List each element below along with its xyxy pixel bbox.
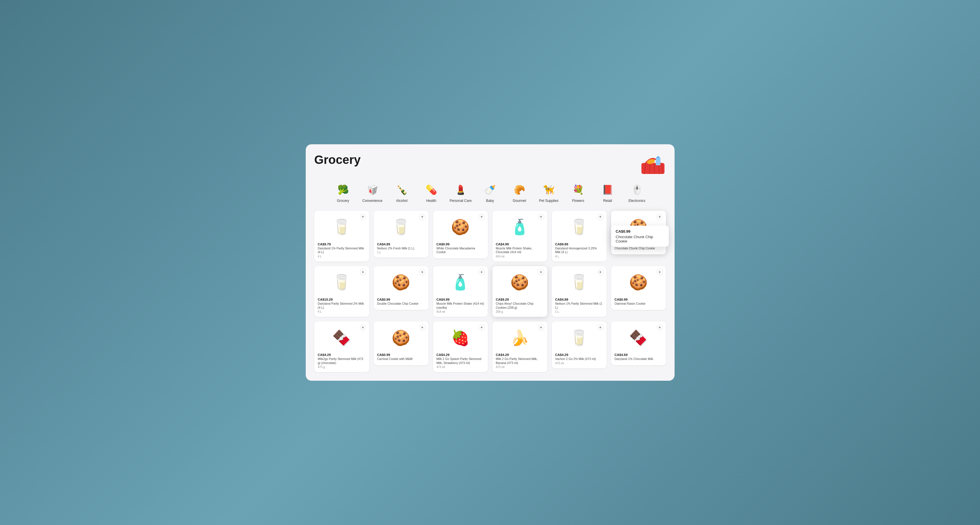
category-alcohol[interactable]: 🍾 Alcohol bbox=[390, 182, 414, 203]
product-wrapper: 🥛 + CA$4.29 Vachon 2 Go 2% Milk (473 ml)… bbox=[552, 321, 606, 372]
add-button-p2[interactable]: + bbox=[419, 214, 426, 220]
add-button-p5[interactable]: + bbox=[597, 214, 604, 220]
product-name-p15: Milk 2 Go Splash Partly Skimmed Milk, St… bbox=[436, 357, 484, 365]
category-label-electronics: Electronics bbox=[628, 199, 646, 203]
add-button-p3[interactable]: + bbox=[479, 214, 485, 220]
product-price-p10: CA$9.29 bbox=[496, 298, 544, 301]
categories-bar: 🥦 Grocery 🥡 Convenience 🍾 Alcohol 💊 Heal… bbox=[314, 182, 666, 203]
add-button-p6[interactable]: + bbox=[657, 214, 663, 220]
product-wrapper: 🍪 + CA$0.99 Chocolate Chunk Chip Cookie … bbox=[611, 211, 666, 262]
category-icon-electronics: 🖱️ bbox=[630, 182, 644, 197]
add-button-p13[interactable]: + bbox=[360, 324, 366, 331]
product-name-p1: Dairyland 1% Partly Skimmed Milk (4 L) bbox=[318, 246, 366, 254]
add-button-p11[interactable]: + bbox=[597, 269, 604, 275]
product-price-p17: CA$4.29 bbox=[555, 353, 603, 357]
product-image-p12: 🍪 bbox=[615, 270, 662, 295]
category-gourmet[interactable]: 🥐 Gourmet bbox=[508, 182, 531, 203]
product-card-p14[interactable]: 🍪 + CA$0.99 Carnival Cookie with M&M bbox=[374, 321, 428, 365]
product-card-p11[interactable]: 🥛 + CA$4.89 Neilson 1% Partly Skimmed Mi… bbox=[552, 266, 606, 317]
add-button-p1[interactable]: + bbox=[360, 214, 366, 220]
category-convenience[interactable]: 🥡 Convenience bbox=[361, 182, 384, 203]
product-wrapper: 🍪 + CA$9.29 Chips Ahoy! Chocolate Chip C… bbox=[492, 266, 547, 317]
category-retail[interactable]: 📕 Retail bbox=[596, 182, 619, 203]
product-wrapper: 🍫 + CA$4.29 Milk2go Partly Skimmed Milk … bbox=[314, 321, 369, 372]
product-detail-p9: 414 ml bbox=[436, 310, 484, 313]
product-card-p7[interactable]: 🥛 + CA$10.29 Dairyland Partly Skimmed 2%… bbox=[314, 266, 369, 317]
product-price-p13: CA$4.29 bbox=[318, 353, 366, 357]
product-image-p14: 🍪 bbox=[377, 325, 425, 351]
add-button-p17[interactable]: + bbox=[597, 324, 604, 331]
category-icon-alcohol: 🍾 bbox=[395, 182, 409, 197]
product-card-p3[interactable]: 🍪 + CA$0.99 White Chocolate Macadamia Co… bbox=[433, 211, 488, 259]
add-button-p7[interactable]: + bbox=[360, 269, 366, 275]
add-button-p8[interactable]: + bbox=[419, 269, 426, 275]
shopping-basket-icon[interactable] bbox=[640, 153, 666, 174]
product-card-p13[interactable]: 🍫 + CA$4.29 Milk2go Partly Skimmed Milk … bbox=[314, 321, 369, 372]
category-flowers[interactable]: 💐 Flowers bbox=[567, 182, 590, 203]
product-price-p2: CA$4.89 bbox=[377, 243, 425, 246]
add-button-p16[interactable]: + bbox=[538, 324, 544, 331]
product-image-p10: 🍪 bbox=[496, 270, 544, 295]
product-wrapper: 🍪 + CA$0.99 Double Chocolate Chip Cookie bbox=[374, 266, 428, 317]
add-button-p4[interactable]: + bbox=[538, 214, 544, 220]
category-icon-convenience: 🥡 bbox=[365, 182, 380, 197]
category-personal-care[interactable]: 💄 Personal Care bbox=[449, 182, 472, 203]
product-image-p2: 🥛 bbox=[377, 214, 425, 240]
product-image-p16: 🍌 bbox=[496, 325, 544, 351]
product-detail-p13: 473 g bbox=[318, 365, 366, 369]
product-card-p8[interactable]: 🍪 + CA$0.99 Double Chocolate Chip Cookie bbox=[374, 266, 428, 310]
product-price-p15: CA$4.29 bbox=[436, 353, 484, 357]
product-wrapper: 🍪 + CA$0.99 White Chocolate Macadamia Co… bbox=[433, 211, 488, 262]
category-label-gourmet: Gourmet bbox=[512, 199, 526, 203]
add-button-p12[interactable]: + bbox=[657, 269, 663, 275]
product-image-p13: 🍫 bbox=[318, 325, 366, 351]
product-image-p4: 🧴 bbox=[496, 214, 544, 240]
category-baby[interactable]: 🍼 Baby bbox=[479, 182, 502, 203]
product-name-p7: Dairyland Partly Skimmed 2% Milk (4 L) bbox=[318, 302, 366, 309]
product-price-p18: CA$4.69 bbox=[615, 353, 662, 357]
add-button-p18[interactable]: + bbox=[657, 324, 663, 331]
product-card-p1[interactable]: 🥛 + CA$9.79 Dairyland 1% Partly Skimmed … bbox=[314, 211, 369, 262]
add-button-p10[interactable]: + bbox=[538, 269, 544, 275]
product-card-p2[interactable]: 🥛 + CA$4.89 Neilson 2% Fresh Milk (1 L) … bbox=[374, 211, 428, 258]
product-image-p5: 🥛 bbox=[555, 214, 603, 240]
product-card-p17[interactable]: 🥛 + CA$4.29 Vachon 2 Go 2% Milk (473 ml)… bbox=[552, 321, 606, 368]
tooltip-price: CA$0.99 bbox=[616, 229, 664, 233]
product-price-p11: CA$4.89 bbox=[555, 298, 603, 301]
product-name-p16: Milk 2 Go Partly Skimmed Milk, Banana (4… bbox=[496, 357, 544, 365]
category-health[interactable]: 💊 Health bbox=[420, 182, 443, 203]
category-grocery[interactable]: 🥦 Grocery bbox=[332, 182, 355, 203]
add-button-p9[interactable]: + bbox=[479, 269, 485, 275]
product-card-p16[interactable]: 🍌 + CA$4.29 Milk 2 Go Partly Skimmed Mil… bbox=[492, 321, 547, 372]
category-label-alcohol: Alcohol bbox=[396, 199, 407, 203]
category-electronics[interactable]: 🖱️ Electronics bbox=[625, 182, 649, 203]
product-card-p12[interactable]: 🍪 + CA$0.99 Oatmeal Raisin Cookie bbox=[611, 266, 666, 310]
product-detail-p2: 1 L bbox=[377, 251, 425, 254]
product-name-p14: Carnival Cookie with M&M bbox=[377, 357, 425, 361]
product-detail-p4: 414 ml bbox=[496, 255, 544, 258]
product-name-p12: Oatmeal Raisin Cookie bbox=[615, 302, 662, 306]
product-card-p4[interactable]: 🧴 + CA$4.99 Muscle Milk Protein Shake, C… bbox=[492, 211, 547, 262]
add-button-p14[interactable]: + bbox=[419, 324, 426, 331]
product-card-p9[interactable]: 🧴 + CA$4.99 Muscle Milk Protein Shake (4… bbox=[433, 266, 488, 317]
category-label-flowers: Flowers bbox=[572, 199, 584, 203]
product-name-p10: Chips Ahoy! Chocolate Chip Cookies (258 … bbox=[496, 302, 544, 309]
product-wrapper: 🍪 + CA$0.99 Oatmeal Raisin Cookie bbox=[611, 266, 666, 317]
app-container: Grocery 🥦 Grocery bbox=[306, 144, 675, 381]
category-icon-flowers: 💐 bbox=[571, 182, 585, 197]
product-card-p18[interactable]: 🍫 + CA$4.69 Dairyland 1% Chocolate Milk bbox=[611, 321, 666, 365]
product-image-p18: 🍫 bbox=[615, 325, 662, 351]
product-detail-p10: 258 g bbox=[496, 310, 544, 313]
product-wrapper: 🍫 + CA$4.69 Dairyland 1% Chocolate Milk bbox=[611, 321, 666, 372]
product-price-p9: CA$4.99 bbox=[436, 298, 484, 301]
product-card-p10[interactable]: 🍪 + CA$9.29 Chips Ahoy! Chocolate Chip C… bbox=[492, 266, 547, 317]
product-card-p5[interactable]: 🥛 + CA$9.89 Dairyland Homogenized 3.25% … bbox=[552, 211, 606, 262]
product-card-p15[interactable]: 🍓 + CA$4.29 Milk 2 Go Splash Partly Skim… bbox=[433, 321, 488, 372]
category-icon-retail: 📕 bbox=[600, 182, 615, 197]
add-button-p15[interactable]: + bbox=[479, 324, 485, 331]
product-name-p2: Neilson 2% Fresh Milk (1 L) bbox=[377, 246, 425, 251]
product-price-p3: CA$0.99 bbox=[436, 243, 484, 246]
product-name-p11: Neilson 1% Partly Skimmed Milk (1 L) bbox=[555, 302, 603, 309]
category-pet-supplies[interactable]: 🦮 Pet Supplies bbox=[538, 182, 560, 203]
category-label-convenience: Convenience bbox=[362, 199, 382, 203]
